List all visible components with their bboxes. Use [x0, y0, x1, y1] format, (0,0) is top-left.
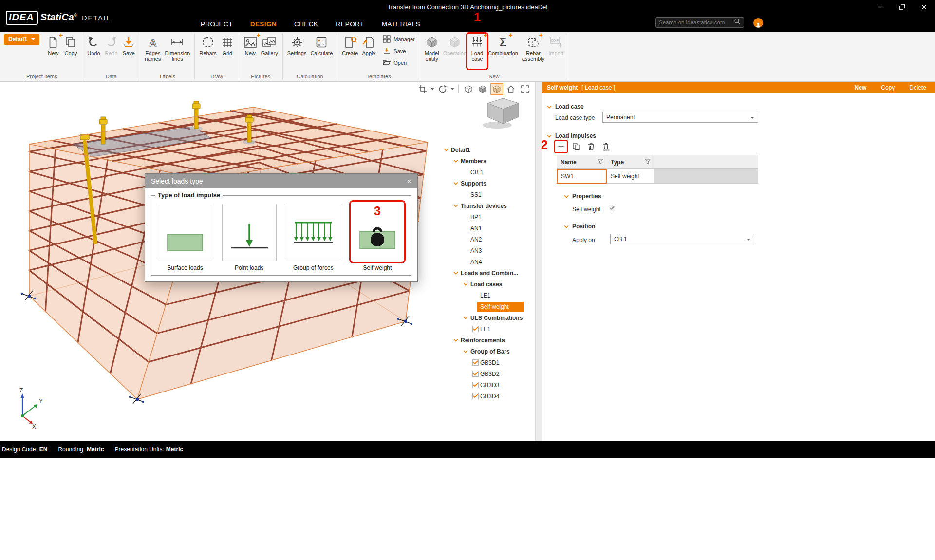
ribbon-button-save[interactable]: Save	[380, 45, 417, 57]
detail-selector[interactable]: Detail1	[4, 34, 39, 45]
new-button[interactable]: New	[855, 84, 867, 91]
load-case-type-select[interactable]: Permanent	[602, 112, 758, 123]
ribbon-button-gallery[interactable]: Gallery	[259, 34, 280, 56]
filter-icon[interactable]	[645, 159, 651, 166]
user-badge-icon[interactable]	[753, 18, 763, 28]
self-weight-icon[interactable]: 3	[350, 204, 405, 261]
maximize-icon[interactable]	[891, 0, 913, 14]
chevron-down-icon[interactable]	[443, 148, 449, 151]
ribbon-button-calculate[interactable]: +−×÷Calculate	[308, 34, 335, 56]
tree-item-uls-combinations[interactable]: ULS Combinations	[441, 312, 536, 323]
chevron-down-icon[interactable]	[547, 103, 552, 110]
section-load-impulses[interactable]: Load impulses	[547, 132, 596, 139]
chevron-down-icon[interactable]	[430, 88, 435, 91]
zoom-fit-icon[interactable]	[519, 83, 531, 95]
tree-item-an4[interactable]: AN4	[441, 256, 536, 267]
tree-item-le1[interactable]: LE1	[441, 290, 536, 301]
impulse-name-cell[interactable]: SW1	[557, 169, 607, 184]
ribbon-button-settings[interactable]: Settings	[285, 34, 309, 56]
impulse-type-cell[interactable]: Self weight	[607, 169, 654, 184]
chevron-down-icon[interactable]	[452, 182, 459, 185]
ribbon-button-undo[interactable]: Undo	[85, 34, 102, 56]
tree-item-le1[interactable]: LE1	[441, 323, 536, 335]
impulse-row-sw1[interactable]: SW1Self weight	[557, 169, 758, 184]
load-type-tile-surface-loads[interactable]: Surface loads	[156, 204, 214, 271]
surface-loads-icon[interactable]	[158, 204, 212, 261]
tree-item-supports[interactable]: Supports	[441, 178, 536, 189]
ribbon-button-create[interactable]: Create	[340, 34, 360, 56]
section-plane-icon[interactable]	[416, 83, 429, 95]
minimize-icon[interactable]	[869, 0, 891, 14]
tree-item-self-weight[interactable]: Self weight	[441, 301, 536, 312]
ribbon-button-rebars[interactable]: Rebars	[197, 34, 218, 56]
apply-on-select[interactable]: CB 1	[610, 234, 754, 244]
copy-button[interactable]: Copy	[881, 84, 895, 91]
tree-item-an3[interactable]: AN3	[441, 245, 536, 256]
delete-all-impulse-button[interactable]	[601, 141, 612, 152]
column-header-type[interactable]: Type	[607, 155, 654, 168]
tree-item-gb3d4[interactable]: GB3D4	[441, 391, 536, 402]
ribbon-button-rebar-assembly[interactable]: +Rebar assembly	[520, 34, 546, 62]
copy-impulse-button[interactable]	[571, 141, 581, 152]
point-loads-icon[interactable]	[222, 204, 277, 261]
tree-item-members[interactable]: Members	[441, 155, 536, 167]
ribbon-button-dimension-lines[interactable]: Dimension lines	[163, 34, 192, 62]
tree-item-gb3d1[interactable]: GB3D1	[441, 357, 536, 368]
delete-button[interactable]: Delete	[909, 84, 926, 91]
tree-item-detail1[interactable]: Detail1	[441, 144, 536, 155]
search-box[interactable]	[655, 17, 744, 28]
chevron-down-icon[interactable]	[452, 204, 459, 207]
search-icon[interactable]	[734, 18, 741, 27]
chevron-down-icon[interactable]	[564, 193, 569, 200]
chevron-down-icon[interactable]	[462, 316, 469, 319]
close-icon[interactable]	[913, 0, 935, 14]
tree-item-load-cases[interactable]: Load cases	[441, 279, 536, 290]
section-position[interactable]: Position	[564, 223, 595, 230]
tab-design[interactable]: DESIGN	[250, 20, 277, 28]
tree-item-an1[interactable]: AN1	[441, 223, 536, 234]
checkbox[interactable]	[472, 371, 479, 377]
group-of-forces-icon[interactable]	[286, 204, 340, 261]
chevron-down-icon[interactable]	[450, 88, 455, 91]
orbit-icon[interactable]	[436, 83, 449, 95]
ribbon-button-new[interactable]: +New	[44, 34, 62, 56]
ribbon-button-combination[interactable]: Σ+Combination	[486, 34, 520, 56]
ribbon-button-copy[interactable]: Copy	[62, 34, 79, 56]
tree-item-an2[interactable]: AN2	[441, 234, 536, 245]
tree-item-transfer-devices[interactable]: Transfer devices	[441, 200, 536, 211]
section-properties[interactable]: Properties	[564, 193, 601, 200]
ribbon-button-open[interactable]: Open	[380, 57, 417, 69]
chevron-down-icon[interactable]	[564, 223, 569, 230]
cube-wireframe-icon[interactable]	[462, 83, 475, 95]
self-weight-checkbox[interactable]	[609, 205, 615, 211]
load-type-tile-point-loads[interactable]: Point loads	[221, 204, 278, 271]
tab-materials[interactable]: MATERIALS	[382, 20, 420, 28]
chevron-down-icon[interactable]	[462, 350, 469, 353]
ribbon-button-load-case[interactable]: +Load case1	[468, 34, 486, 62]
ribbon-button-apply[interactable]: Apply	[360, 34, 377, 56]
section-load-case[interactable]: Load case	[547, 103, 584, 110]
ribbon-button-edges-names[interactable]: AEdges names	[143, 34, 163, 62]
tab-check[interactable]: CHECK	[294, 20, 318, 28]
cube-transparent-icon[interactable]	[490, 83, 503, 95]
dialog-header[interactable]: Select loads type ×	[145, 174, 417, 188]
filter-icon[interactable]	[598, 159, 603, 166]
add-impulse-button[interactable]: 2	[556, 141, 566, 152]
ribbon-button-model-entity[interactable]: Model entity	[423, 34, 441, 62]
chevron-down-icon[interactable]	[462, 282, 469, 286]
chevron-down-icon[interactable]	[452, 271, 459, 275]
view-cube[interactable]	[479, 94, 527, 131]
chevron-down-icon[interactable]	[452, 338, 459, 342]
tab-project[interactable]: PROJECT	[201, 20, 233, 28]
checkbox[interactable]	[472, 382, 479, 388]
search-input[interactable]	[659, 19, 734, 25]
ribbon-button-new[interactable]: +New	[242, 34, 259, 56]
ribbon-button-save[interactable]: Save	[120, 34, 137, 56]
checkbox[interactable]	[472, 393, 479, 399]
tree-item-group-of-bars[interactable]: Group of Bars	[441, 346, 536, 357]
tree-item-ss1[interactable]: SS1	[441, 189, 536, 200]
tree-item-loads-and-combin[interactable]: Loads and Combin...	[441, 267, 536, 279]
tab-report[interactable]: REPORT	[336, 20, 364, 28]
close-icon[interactable]: ×	[407, 177, 411, 186]
delete-impulse-button[interactable]	[586, 141, 597, 152]
